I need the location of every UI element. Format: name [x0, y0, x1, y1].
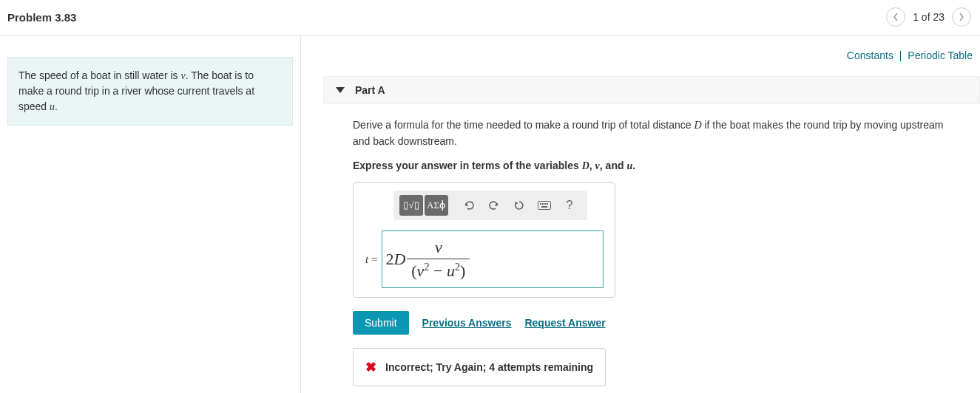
content: The speed of a boat in still water is v.… — [0, 36, 980, 393]
instruct-post: . — [632, 160, 635, 171]
header: Problem 3.83 1 of 23 — [0, 0, 980, 36]
svg-rect-5 — [541, 206, 547, 208]
statement-text-1: The speed of a boat in still water is — [18, 69, 180, 81]
redo-button[interactable] — [482, 195, 506, 216]
left-column: The speed of a boat in still water is v.… — [0, 36, 301, 393]
answer-line: t = 2D v (v2 − u2) — [361, 230, 607, 288]
actions: Submit Previous Answers Request Answer — [353, 311, 958, 335]
greek-button[interactable]: ΑΣϕ — [425, 195, 448, 216]
previous-answers-link[interactable]: Previous Answers — [422, 317, 512, 329]
chevron-right-icon — [959, 13, 964, 21]
next-page-button[interactable] — [952, 7, 971, 27]
ans-D: D — [393, 250, 405, 269]
chevron-left-icon — [893, 13, 899, 21]
numerator: v — [429, 238, 448, 259]
instruct-pre: Express your answer in terms of the vari… — [353, 160, 582, 171]
constants-link[interactable]: Constants — [847, 49, 893, 61]
prev-page-button[interactable] — [886, 7, 905, 27]
keyboard-icon — [538, 201, 551, 210]
instructions: Express your answer in terms of the vari… — [353, 160, 958, 172]
answer-lhs: t = — [361, 253, 377, 266]
reset-icon — [513, 199, 525, 211]
var-D: D — [694, 120, 701, 131]
inst-sep1: , — [589, 160, 595, 171]
answer-frame: ▯√▯ ΑΣϕ ? — [353, 182, 615, 298]
request-answer-link[interactable]: Request Answer — [524, 317, 605, 329]
question-text: Derive a formula for the time needed to … — [353, 117, 958, 149]
var-u: u — [50, 101, 55, 112]
periodic-table-link[interactable]: Periodic Table — [908, 49, 973, 61]
feedback-text: Incorrect; Try Again; 4 attempts remaini… — [385, 361, 593, 373]
submit-button[interactable]: Submit — [353, 311, 409, 335]
denominator: (v2 − u2) — [407, 259, 470, 281]
svg-rect-3 — [544, 203, 546, 205]
coef: 2 — [385, 250, 393, 269]
equation-toolbar: ▯√▯ ΑΣϕ ? — [393, 191, 587, 220]
pager-text: 1 of 23 — [913, 11, 944, 23]
keyboard-button[interactable] — [533, 195, 556, 216]
statement-text-3: . — [55, 100, 58, 112]
fraction: v (v2 − u2) — [407, 238, 470, 281]
inst-sep2: , and — [600, 160, 627, 171]
answer-formula: 2D v (v2 − u2) — [385, 238, 470, 281]
problem-title: Problem 3.83 — [7, 11, 76, 24]
svg-rect-1 — [540, 203, 541, 205]
top-links: Constants | Periodic Table — [301, 36, 980, 76]
question-pre: Derive a formula for the time needed to … — [353, 119, 694, 131]
svg-rect-2 — [542, 203, 544, 205]
redo-icon — [488, 200, 500, 211]
part-body: Derive a formula for the time needed to … — [301, 104, 980, 393]
link-separator: | — [896, 49, 905, 61]
pager: 1 of 23 — [886, 7, 971, 27]
answer-input[interactable]: 2D v (v2 − u2) — [382, 230, 604, 288]
svg-rect-0 — [538, 202, 551, 210]
part-label: Part A — [355, 84, 385, 96]
reset-button[interactable] — [507, 195, 531, 216]
part-header[interactable]: Part A — [323, 76, 980, 104]
inst-D: D — [582, 160, 589, 171]
help-icon: ? — [567, 199, 573, 212]
feedback-box: ✖ Incorrect; Try Again; 4 attempts remai… — [353, 348, 606, 386]
undo-button[interactable] — [457, 195, 481, 216]
templates-button[interactable]: ▯√▯ — [399, 195, 423, 216]
problem-statement: The speed of a boat in still water is v.… — [7, 57, 293, 126]
incorrect-icon: ✖ — [365, 359, 376, 375]
collapse-icon — [336, 87, 345, 93]
undo-icon — [463, 200, 475, 211]
right-column: Constants | Periodic Table Part A Derive… — [301, 36, 980, 393]
inst-u: u — [626, 160, 632, 171]
help-button[interactable]: ? — [558, 195, 581, 216]
svg-rect-4 — [547, 203, 548, 205]
